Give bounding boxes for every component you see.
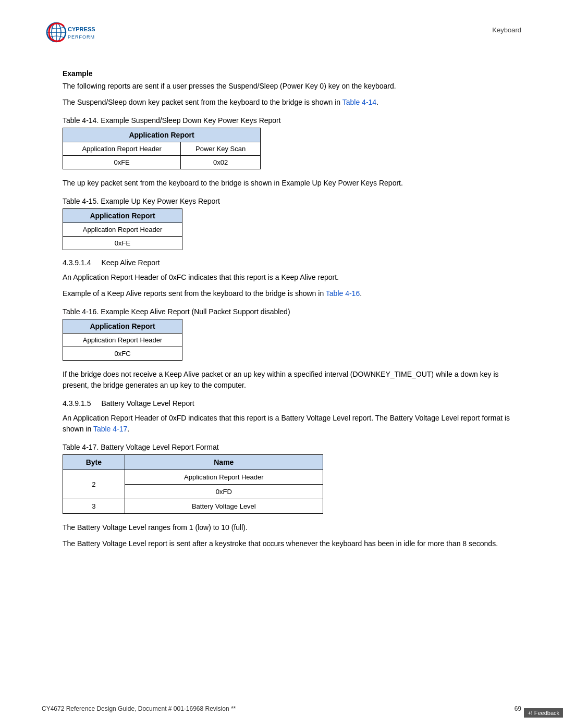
svg-text:PERFORM: PERFORM bbox=[68, 34, 95, 40]
table14-col2: Power Key Scan bbox=[181, 142, 261, 156]
table15: Application Report Application Report He… bbox=[63, 208, 182, 250]
table14-link[interactable]: Table 4-14 bbox=[342, 98, 376, 106]
table15-col1: Application Report Header bbox=[63, 223, 182, 237]
table17-col2-header: Name bbox=[125, 455, 323, 470]
table15-header: Application Report bbox=[63, 209, 182, 223]
para5: Example of a Keep Alive reports sent fro… bbox=[63, 288, 521, 299]
logo: CYPRESS PERFORM bbox=[42, 21, 104, 54]
table17-link[interactable]: Table 4-17 bbox=[93, 425, 127, 433]
para1: The following reports are sent if a user… bbox=[63, 81, 521, 92]
header-section-label: Keyboard bbox=[492, 21, 521, 34]
table17-row2-name: Battery Voltage Level bbox=[125, 499, 323, 514]
table17-row1-byte: 2 bbox=[63, 470, 125, 499]
sub1-num: 4.3.9.1.4 bbox=[63, 258, 91, 267]
table16-val1: 0xFC bbox=[63, 347, 182, 361]
page-number: 69 bbox=[515, 705, 521, 712]
table15-val1: 0xFE bbox=[63, 237, 182, 250]
sub2-num: 4.3.9.1.5 bbox=[63, 399, 91, 408]
sub1-title: Keep Alive Report bbox=[102, 258, 160, 267]
table15-caption: Table 4-15. Example Up Key Power Keys Re… bbox=[63, 197, 521, 205]
footer: CY4672 Reference Design Guide, Document … bbox=[42, 705, 521, 712]
table14-val1: 0xFE bbox=[63, 156, 181, 169]
table14: Application Report Application Report He… bbox=[63, 128, 261, 169]
table17: Byte Name 2 Application Report Header 0x… bbox=[63, 454, 323, 514]
table14-caption: Table 4-14. Example Suspend/Sleep Down K… bbox=[63, 116, 521, 125]
table16-caption: Table 4-16. Example Keep Alive Report (N… bbox=[63, 307, 521, 316]
subsection1: 4.3.9.1.4 Keep Alive Report bbox=[63, 258, 521, 267]
table14-val2: 0x02 bbox=[181, 156, 261, 169]
table16-header: Application Report bbox=[63, 319, 182, 334]
sub2-title: Battery Voltage Level Report bbox=[102, 399, 194, 408]
para6: If the bridge does not receive a Keep Al… bbox=[63, 369, 521, 391]
para4: An Application Report Header of 0xFC ind… bbox=[63, 272, 521, 283]
table16-col1: Application Report Header bbox=[63, 334, 182, 347]
table17-caption: Table 4-17. Battery Voltage Level Report… bbox=[63, 443, 521, 451]
doc-info: CY4672 Reference Design Guide, Document … bbox=[42, 705, 236, 712]
table17-row1-name2: 0xFD bbox=[125, 485, 323, 499]
table17-col1-header: Byte bbox=[63, 455, 125, 470]
table17-row1-name1: Application Report Header bbox=[125, 470, 323, 485]
example-label: Example bbox=[63, 69, 521, 78]
table14-header: Application Report bbox=[63, 128, 261, 142]
svg-text:CYPRESS: CYPRESS bbox=[68, 26, 95, 32]
feedback-button[interactable]: +! Feedback bbox=[524, 708, 563, 718]
feedback-label: +! Feedback bbox=[528, 710, 559, 716]
para7: An Application Report Header of 0xFD ind… bbox=[63, 413, 521, 435]
table14-col1: Application Report Header bbox=[63, 142, 181, 156]
subsection2: 4.3.9.1.5 Battery Voltage Level Report bbox=[63, 399, 521, 408]
table16: Application Report Application Report He… bbox=[63, 319, 182, 361]
para8: The Battery Voltage Level ranges from 1 … bbox=[63, 522, 521, 533]
para9: The Battery Voltage Level report is sent… bbox=[63, 538, 521, 549]
table16-link[interactable]: Table 4-16 bbox=[326, 289, 360, 298]
para3: The up key packet sent from the keyboard… bbox=[63, 178, 521, 189]
table17-row2-byte: 3 bbox=[63, 499, 125, 514]
para2: The Suspend/Sleep down key packet sent f… bbox=[63, 97, 521, 108]
